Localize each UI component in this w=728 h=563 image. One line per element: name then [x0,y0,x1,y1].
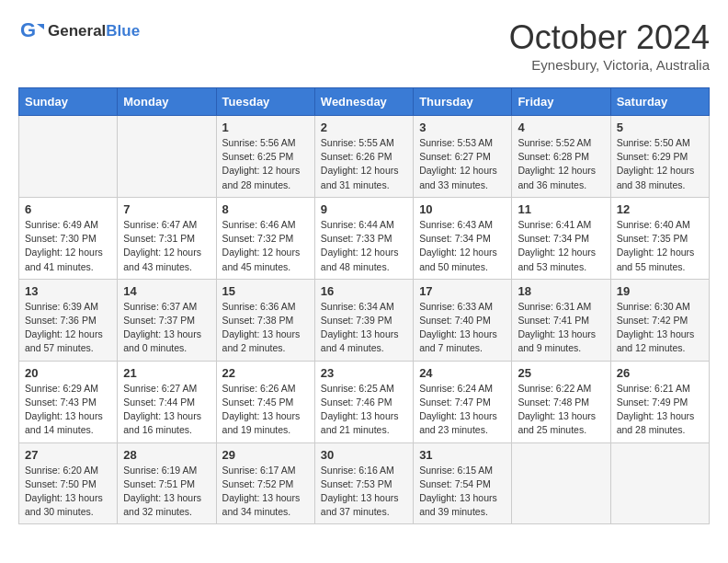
calendar-week-1: 1Sunrise: 5:56 AM Sunset: 6:25 PM Daylig… [19,116,710,198]
calendar-cell: 12Sunrise: 6:40 AM Sunset: 7:35 PM Dayli… [610,197,709,279]
header-day-sunday: Sunday [19,88,118,116]
day-number: 1 [222,121,309,134]
calendar-header-row: SundayMondayTuesdayWednesdayThursdayFrid… [19,88,710,116]
calendar-cell: 2Sunrise: 5:55 AM Sunset: 6:26 PM Daylig… [314,116,413,198]
calendar-cell: 22Sunrise: 6:26 AM Sunset: 7:45 PM Dayli… [216,361,314,442]
day-info: Sunrise: 6:37 AM Sunset: 7:37 PM Dayligh… [123,300,210,356]
calendar-cell: 11Sunrise: 6:41 AM Sunset: 7:34 PM Dayli… [512,197,610,279]
day-number: 28 [123,448,210,462]
calendar-cell: 18Sunrise: 6:31 AM Sunset: 7:41 PM Dayli… [512,279,610,361]
day-number: 18 [518,284,604,298]
calendar-cell: 20Sunrise: 6:29 AM Sunset: 7:43 PM Dayli… [19,361,118,442]
day-info: Sunrise: 6:46 AM Sunset: 7:32 PM Dayligh… [222,218,309,274]
calendar-week-4: 20Sunrise: 6:29 AM Sunset: 7:43 PM Dayli… [19,361,710,442]
day-number: 9 [321,202,407,216]
month-title: October 2024 [509,18,710,57]
calendar-cell: 14Sunrise: 6:37 AM Sunset: 7:37 PM Dayli… [118,279,216,361]
day-number: 5 [617,121,703,134]
day-info: Sunrise: 6:34 AM Sunset: 7:39 PM Dayligh… [321,300,407,356]
day-number: 15 [222,284,309,298]
day-number: 27 [25,448,111,462]
calendar-cell: 10Sunrise: 6:43 AM Sunset: 7:34 PM Dayli… [414,197,512,279]
calendar-cell [512,442,610,524]
day-info: Sunrise: 6:17 AM Sunset: 7:52 PM Dayligh… [222,464,309,520]
day-info: Sunrise: 6:49 AM Sunset: 7:30 PM Dayligh… [25,218,111,274]
calendar-cell [19,116,118,198]
day-number: 11 [518,202,604,216]
calendar-week-3: 13Sunrise: 6:39 AM Sunset: 7:36 PM Dayli… [19,279,710,361]
day-info: Sunrise: 6:43 AM Sunset: 7:34 PM Dayligh… [419,218,506,274]
day-info: Sunrise: 6:29 AM Sunset: 7:43 PM Dayligh… [25,382,111,438]
calendar-cell: 29Sunrise: 6:17 AM Sunset: 7:52 PM Dayli… [216,442,314,524]
calendar-cell: 15Sunrise: 6:36 AM Sunset: 7:38 PM Dayli… [216,279,314,361]
day-info: Sunrise: 5:56 AM Sunset: 6:25 PM Dayligh… [222,136,309,192]
calendar-table: SundayMondayTuesdayWednesdayThursdayFrid… [18,87,710,524]
location: Eynesbury, Victoria, Australia [509,57,710,73]
day-info: Sunrise: 6:15 AM Sunset: 7:54 PM Dayligh… [419,464,506,520]
day-info: Sunrise: 6:41 AM Sunset: 7:34 PM Dayligh… [518,218,604,274]
calendar-cell: 17Sunrise: 6:33 AM Sunset: 7:40 PM Dayli… [414,279,512,361]
header-day-monday: Monday [118,88,216,116]
calendar-cell: 3Sunrise: 5:53 AM Sunset: 6:27 PM Daylig… [414,116,512,198]
calendar-cell: 23Sunrise: 6:25 AM Sunset: 7:46 PM Dayli… [314,361,413,442]
day-number: 24 [419,366,506,380]
calendar-cell: 9Sunrise: 6:44 AM Sunset: 7:33 PM Daylig… [314,197,413,279]
day-number: 23 [321,366,407,380]
day-number: 6 [25,202,111,216]
day-number: 19 [617,284,703,298]
header-day-friday: Friday [512,88,610,116]
header-day-wednesday: Wednesday [314,88,413,116]
calendar-cell: 25Sunrise: 6:22 AM Sunset: 7:48 PM Dayli… [512,361,610,442]
calendar-cell: 24Sunrise: 6:24 AM Sunset: 7:47 PM Dayli… [414,361,512,442]
day-number: 10 [419,202,506,216]
day-info: Sunrise: 5:53 AM Sunset: 6:27 PM Dayligh… [419,136,506,192]
day-info: Sunrise: 6:30 AM Sunset: 7:42 PM Dayligh… [617,300,703,356]
day-info: Sunrise: 5:52 AM Sunset: 6:28 PM Dayligh… [518,136,604,192]
day-info: Sunrise: 6:27 AM Sunset: 7:44 PM Dayligh… [123,382,210,438]
calendar-cell: 26Sunrise: 6:21 AM Sunset: 7:49 PM Dayli… [610,361,709,442]
calendar-cell: 27Sunrise: 6:20 AM Sunset: 7:50 PM Dayli… [19,442,118,524]
header-day-tuesday: Tuesday [216,88,314,116]
calendar-cell: 5Sunrise: 5:50 AM Sunset: 6:29 PM Daylig… [610,116,709,198]
day-number: 26 [617,366,703,380]
calendar-week-2: 6Sunrise: 6:49 AM Sunset: 7:30 PM Daylig… [19,197,710,279]
day-number: 8 [222,202,309,216]
day-info: Sunrise: 6:44 AM Sunset: 7:33 PM Dayligh… [321,218,407,274]
calendar-cell [610,442,709,524]
svg-marker-1 [37,24,44,29]
day-info: Sunrise: 6:33 AM Sunset: 7:40 PM Dayligh… [419,300,506,356]
calendar-week-5: 27Sunrise: 6:20 AM Sunset: 7:50 PM Dayli… [19,442,710,524]
logo-general: GeneralBlue [48,22,140,40]
day-number: 4 [518,121,604,134]
day-number: 22 [222,366,309,380]
calendar-cell: 30Sunrise: 6:16 AM Sunset: 7:53 PM Dayli… [314,442,413,524]
day-info: Sunrise: 5:50 AM Sunset: 6:29 PM Dayligh… [617,136,703,192]
calendar-cell: 28Sunrise: 6:19 AM Sunset: 7:51 PM Dayli… [118,442,216,524]
day-number: 20 [25,366,111,380]
day-number: 7 [123,202,210,216]
logo-icon: G [18,18,44,44]
day-number: 12 [617,202,703,216]
day-number: 14 [123,284,210,298]
header-day-thursday: Thursday [414,88,512,116]
calendar-cell: 1Sunrise: 5:56 AM Sunset: 6:25 PM Daylig… [216,116,314,198]
day-info: Sunrise: 6:47 AM Sunset: 7:31 PM Dayligh… [123,218,210,274]
calendar-cell: 7Sunrise: 6:47 AM Sunset: 7:31 PM Daylig… [118,197,216,279]
day-info: Sunrise: 6:40 AM Sunset: 7:35 PM Dayligh… [617,218,703,274]
day-number: 31 [419,448,506,462]
title-block: October 2024 Eynesbury, Victoria, Austra… [509,18,710,73]
day-number: 16 [321,284,407,298]
calendar-cell [118,116,216,198]
calendar-cell: 19Sunrise: 6:30 AM Sunset: 7:42 PM Dayli… [610,279,709,361]
day-info: Sunrise: 6:24 AM Sunset: 7:47 PM Dayligh… [419,382,506,438]
day-info: Sunrise: 6:36 AM Sunset: 7:38 PM Dayligh… [222,300,309,356]
calendar-cell: 21Sunrise: 6:27 AM Sunset: 7:44 PM Dayli… [118,361,216,442]
calendar-cell: 8Sunrise: 6:46 AM Sunset: 7:32 PM Daylig… [216,197,314,279]
day-number: 13 [25,284,111,298]
day-info: Sunrise: 6:19 AM Sunset: 7:51 PM Dayligh… [123,464,210,520]
calendar-cell: 6Sunrise: 6:49 AM Sunset: 7:30 PM Daylig… [19,197,118,279]
day-number: 2 [321,121,407,134]
day-info: Sunrise: 6:39 AM Sunset: 7:36 PM Dayligh… [25,300,111,356]
day-number: 29 [222,448,309,462]
day-info: Sunrise: 6:26 AM Sunset: 7:45 PM Dayligh… [222,382,309,438]
